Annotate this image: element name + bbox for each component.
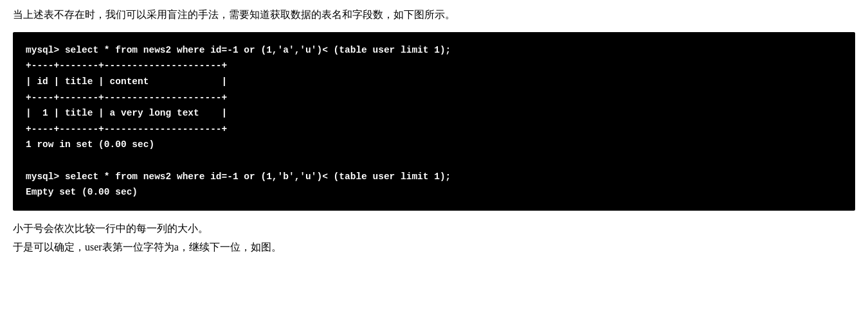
terminal-output: mysql> select * from news2 where id=-1 o… [13,32,855,211]
intro-paragraph: 当上述表不存在时，我们可以采用盲注的手法，需要知道获取数据的表名和字段数，如下图… [13,6,855,23]
footer-line-1: 小于号会依次比较一行中的每一列的大小。 [13,220,855,238]
footer-section: 小于号会依次比较一行中的每一列的大小。 于是可以确定，user表第一位字符为a，… [13,220,855,257]
footer-line-2: 于是可以确定，user表第一位字符为a，继续下一位，如图。 [13,238,855,257]
